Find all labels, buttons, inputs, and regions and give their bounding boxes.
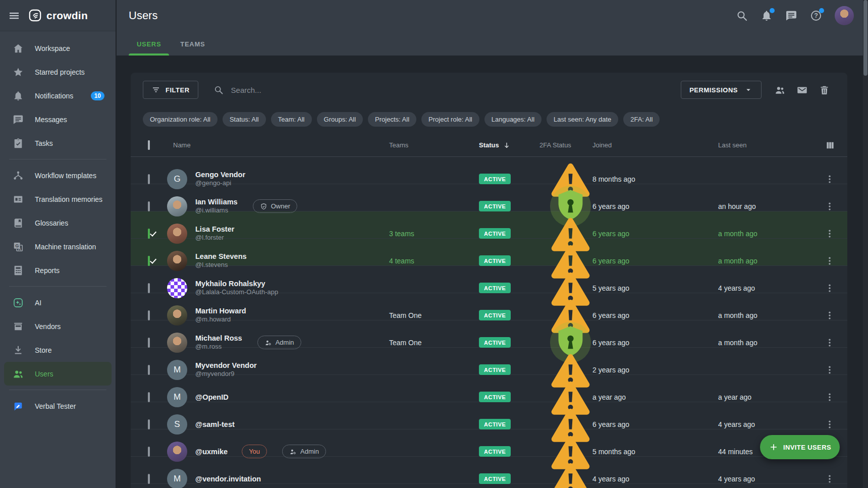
filter-chip[interactable]: Status: All: [223, 112, 266, 127]
permissions-button-label: PERMISSIONS: [689, 86, 738, 94]
tab-teams[interactable]: TEAMS: [172, 40, 213, 56]
admin-badge: Admin: [257, 336, 301, 349]
column-header-last-seen[interactable]: Last seen: [718, 141, 812, 149]
filter-chip[interactable]: Organization role: All: [143, 112, 218, 127]
warning-icon: [549, 229, 592, 237]
invite-users-button[interactable]: INVITE USERS: [760, 435, 840, 459]
row-checkbox[interactable]: [148, 365, 150, 375]
column-header-name[interactable]: Name: [167, 141, 389, 149]
sidebar-item-glossaries[interactable]: Glossaries: [4, 211, 112, 235]
teams-cell[interactable]: Team One: [389, 311, 479, 319]
help-icon[interactable]: ?: [810, 10, 822, 22]
searchbox: [213, 85, 681, 95]
sidebar-item-label: Verbal Tester: [35, 402, 76, 410]
filter-chip[interactable]: Team: All: [271, 112, 312, 127]
row-checkbox[interactable]: [148, 201, 150, 211]
filter-chip[interactable]: Project role: All: [421, 112, 479, 127]
row-checkbox[interactable]: [148, 283, 150, 293]
sidebar-item-reports[interactable]: Reports: [4, 258, 112, 282]
sidebar-item-vendors[interactable]: Vendors: [4, 314, 112, 338]
sidebar-item-workspace[interactable]: Workspace: [4, 36, 112, 60]
sidebar-item-ai[interactable]: AI: [4, 291, 112, 314]
plus-icon: [769, 442, 779, 452]
chevron-down-icon: [744, 85, 753, 94]
kebab-menu-icon[interactable]: [824, 392, 835, 403]
filter-button[interactable]: FILTER: [143, 81, 198, 99]
row-checkbox[interactable]: [148, 174, 150, 184]
toolbar: FILTER PERMISSIONS: [143, 81, 835, 99]
tab-users[interactable]: USERS: [129, 40, 169, 56]
teams-cell[interactable]: 4 teams: [389, 257, 479, 265]
sidebar-divider: [9, 390, 106, 390]
search-icon[interactable]: [736, 10, 748, 22]
row-checkbox[interactable]: [148, 229, 150, 239]
filter-chip[interactable]: Projects: All: [368, 112, 416, 127]
kebab-menu-icon[interactable]: [824, 473, 835, 484]
column-header-teams[interactable]: Teams: [389, 141, 479, 149]
column-header-2fa-status[interactable]: 2FA Status: [539, 141, 592, 149]
kebab-menu-icon[interactable]: [824, 228, 835, 239]
user-name: Lisa Foster: [195, 225, 234, 234]
column-header-status[interactable]: Status: [479, 141, 539, 149]
row-checkbox[interactable]: [148, 392, 150, 402]
user-username: @OpenID: [195, 393, 229, 401]
kebab-menu-icon[interactable]: [824, 310, 835, 321]
chat-icon[interactable]: [785, 10, 797, 22]
filter-chip[interactable]: Last seen: Any date: [547, 112, 618, 127]
filter-chip[interactable]: Groups: All: [317, 112, 363, 127]
name-cell: Ian Williams@i.williamsOwner: [167, 196, 389, 216]
sidebar-item-starred-projects[interactable]: Starred projects: [4, 60, 112, 84]
row-checkbox[interactable]: [148, 338, 150, 348]
kebab-menu-icon[interactable]: [824, 337, 835, 348]
team-icon-button[interactable]: [769, 81, 791, 99]
kebab-menu-icon[interactable]: [824, 283, 835, 294]
scrollbar-thumb[interactable]: [863, 0, 867, 76]
verbal-tester-icon: [13, 401, 24, 412]
filter-chip[interactable]: Languages: All: [484, 112, 541, 127]
status-badge: ACTIVE: [479, 337, 511, 348]
sidebar-item-translation-memories[interactable]: Translation memories: [4, 187, 112, 211]
crowdin-logo[interactable]: crowdin: [28, 9, 88, 22]
2fa-cell: [539, 457, 592, 488]
sidebar-item-store[interactable]: Store: [4, 338, 112, 362]
kebab-menu-icon[interactable]: [824, 201, 835, 212]
column-header-joined[interactable]: Joined: [592, 141, 718, 149]
sidebar-item-workflow-templates[interactable]: Workflow templates: [4, 164, 112, 187]
kebab-menu-icon[interactable]: [824, 419, 835, 430]
search-input[interactable]: [230, 85, 442, 95]
status-cell: ACTIVE: [479, 337, 539, 348]
avatar: M: [167, 387, 187, 407]
row-checkbox[interactable]: [148, 447, 150, 457]
select-all-checkbox[interactable]: [148, 140, 150, 150]
kebab-menu-icon[interactable]: [824, 364, 835, 375]
row-checkbox[interactable]: [148, 310, 150, 320]
columns-icon[interactable]: [825, 140, 835, 150]
sidebar-item-verbal-tester[interactable]: Verbal Tester: [4, 394, 112, 418]
sidebar-item-notifications[interactable]: Notifications10: [4, 84, 112, 107]
trash-icon-button[interactable]: [813, 81, 835, 99]
sidebar-item-messages[interactable]: Messages: [4, 107, 112, 131]
bell-icon[interactable]: [761, 10, 773, 22]
teams-cell[interactable]: Team One: [389, 339, 479, 347]
filter-chip[interactable]: 2FA: All: [623, 112, 660, 127]
row-checkbox[interactable]: [148, 474, 150, 484]
teams-cell[interactable]: 3 teams: [389, 230, 479, 238]
menu-icon[interactable]: [8, 10, 20, 22]
sidebar-item-machine-translation[interactable]: GAMachine translation: [4, 235, 112, 258]
permissions-button[interactable]: PERMISSIONS: [681, 81, 762, 99]
notification-dot: [819, 8, 824, 13]
kebab-menu-icon[interactable]: [824, 255, 835, 266]
sidebar-divider: [9, 286, 106, 287]
sidebar-item-tasks[interactable]: Tasks: [4, 131, 112, 155]
sidebar-item-users[interactable]: Users: [4, 362, 112, 386]
table-row[interactable]: GGengo Vendor@gengo-apiACTIVE8 months ag…: [131, 157, 847, 184]
row-checkbox[interactable]: [148, 419, 150, 429]
admin-gear-icon: [289, 448, 297, 455]
name-cell: Michael Ross@m.rossAdmin: [167, 333, 389, 353]
mail-icon-button[interactable]: [791, 81, 813, 99]
user-avatar[interactable]: [835, 6, 854, 25]
status-cell: ACTIVE: [479, 201, 539, 211]
sidebar-item-label: Workspace: [35, 44, 70, 52]
kebab-menu-icon[interactable]: [824, 174, 835, 185]
row-checkbox[interactable]: [148, 256, 150, 266]
